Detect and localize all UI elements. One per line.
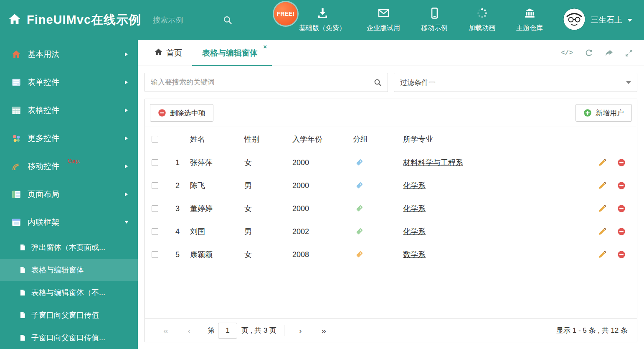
edit-pencil-icon[interactable] [598, 158, 606, 167]
chevron-right-icon [125, 52, 128, 56]
add-user-label: 新增用户 [596, 108, 624, 118]
download-icon [317, 8, 328, 20]
delete-row-icon[interactable] [617, 204, 626, 213]
next-page-button[interactable]: › [289, 326, 312, 336]
main-area: 首页 表格与编辑窗体 × </> [138, 40, 644, 349]
sidebar-subitem-grid-edit-window[interactable]: 表格与编辑窗体 [0, 259, 138, 281]
tag-icon [355, 182, 363, 189]
edit-pencil-icon[interactable] [598, 227, 606, 236]
delete-selected-label: 删除选中项 [170, 108, 205, 118]
filter-dropdown[interactable]: 过滤条件一 [394, 73, 637, 92]
delete-row-icon[interactable] [617, 158, 626, 167]
tab-home[interactable]: 首页 [145, 40, 192, 66]
chevron-down-icon [124, 221, 129, 224]
page-label-before: 第 [208, 326, 215, 335]
sidebar-item-more-controls[interactable]: 更多控件 [0, 124, 138, 152]
row-major-link[interactable]: 化学系 [403, 204, 426, 213]
brand[interactable]: FineUIMvc在线示例 [0, 12, 141, 28]
row-checkbox[interactable] [152, 159, 158, 166]
add-user-button[interactable]: 新增用户 [576, 104, 632, 122]
row-year: 2008 [292, 250, 353, 259]
row-checkbox[interactable] [152, 205, 158, 212]
nav-item-loading-animation[interactable]: 加载动画 [469, 8, 495, 33]
col-group-header: 分组 [353, 134, 403, 144]
expand-icon[interactable] [625, 49, 633, 57]
row-checkbox[interactable] [152, 228, 158, 235]
sidebar-item-label: 移动控件 [28, 161, 59, 172]
sidebar-item-inline-frame[interactable]: 内联框架 [0, 208, 138, 236]
tab-label: 首页 [166, 48, 182, 59]
edit-pencil-icon[interactable] [598, 181, 606, 190]
sidebar-item-grid-controls[interactable]: 表格控件 [0, 96, 138, 124]
delete-row-icon[interactable] [617, 181, 626, 190]
chevron-right-icon [125, 192, 128, 196]
sidebar-subitem-child-to-parent[interactable]: 子窗口向父窗口传值 [0, 304, 138, 326]
sidebar-item-label: 更多控件 [28, 133, 59, 144]
home-icon [8, 13, 21, 27]
tab-grid-edit-window[interactable]: 表格与编辑窗体 × [192, 40, 272, 66]
share-icon[interactable] [605, 49, 613, 57]
delete-row-icon[interactable] [617, 227, 626, 236]
sidebar-item-label: 基本用法 [28, 49, 59, 60]
page-label-after: 页 , 共 3 页 [241, 326, 276, 335]
corp-badge: Corp. [68, 158, 80, 164]
app-window: FineUIMvc在线示例 FREE! 基础版（免费） 企业版试用 [0, 0, 644, 349]
mobile-icon [429, 8, 440, 20]
user-name: 三生石上 [591, 15, 622, 25]
avatar [563, 8, 586, 32]
sidebar-item-form-controls[interactable]: 表单控件 [0, 68, 138, 96]
table-row[interactable]: 2 陈飞 男 2000 化学系 [145, 174, 637, 197]
filter-dropdown-value: 过滤条件一 [400, 78, 436, 87]
nav-item-basic-edition[interactable]: FREE! 基础版（免费） [299, 8, 346, 33]
spinner-icon [477, 8, 488, 20]
chevron-right-icon [125, 164, 128, 168]
row-checkbox[interactable] [152, 251, 158, 258]
search-icon[interactable] [374, 79, 382, 87]
row-checkbox[interactable] [152, 182, 158, 189]
last-page-button[interactable]: » [312, 326, 335, 336]
sidebar-subitem-label: 子窗口向父窗口传值... [31, 333, 105, 343]
header-search [153, 15, 232, 25]
prev-page-button[interactable]: ‹ [177, 326, 201, 336]
edit-pencil-icon[interactable] [598, 250, 606, 259]
select-all-checkbox[interactable] [152, 136, 158, 143]
table-row[interactable]: 1 张萍萍 女 2000 材料科学与工程系 [145, 151, 637, 174]
table-row[interactable]: 4 刘国 男 2002 化学系 [145, 220, 637, 243]
table-row[interactable]: 3 董婷婷 女 2000 化学系 [145, 197, 637, 220]
user-menu[interactable]: 三生石上 [563, 8, 632, 32]
home-icon [12, 50, 21, 59]
row-major-link[interactable]: 材料科学与工程系 [403, 158, 463, 167]
grid-toolbar: 删除选中项 新增用户 [145, 99, 637, 127]
file-icon [19, 312, 26, 318]
row-year: 2002 [292, 227, 353, 236]
row-major-link[interactable]: 化学系 [403, 227, 426, 236]
file-icon [19, 267, 26, 273]
sidebar-subitem-child-to-parent-2[interactable]: 子窗口向父窗口传值... [0, 326, 138, 349]
nav-item-label: 主题仓库 [516, 24, 543, 33]
page-content: 过滤条件一 删除选中项 新增用户 [138, 66, 644, 349]
sidebar-item-basic-usage[interactable]: 基本用法 [0, 40, 138, 68]
sidebar-subitem-popup-window[interactable]: 弹出窗体（本页面或... [0, 236, 138, 259]
keyword-search-input[interactable] [151, 78, 374, 87]
tab-close-icon[interactable]: × [263, 43, 267, 50]
search-icon[interactable] [223, 15, 232, 25]
edit-pencil-icon[interactable] [598, 204, 606, 213]
nav-item-enterprise-trial[interactable]: 企业版试用 [367, 8, 400, 33]
sidebar-subitem-grid-edit-window-2[interactable]: 表格与编辑窗体（不... [0, 281, 138, 304]
row-major-link[interactable]: 数学系 [403, 250, 426, 259]
refresh-icon[interactable] [585, 49, 593, 57]
nav-item-theme-store[interactable]: 主题仓库 [516, 8, 543, 33]
row-major-link[interactable]: 化学系 [403, 181, 426, 190]
sidebar-item-page-layout[interactable]: 页面布局 [0, 180, 138, 208]
nav-item-mobile-demo[interactable]: 移动示例 [421, 8, 448, 33]
header-search-input[interactable] [153, 16, 216, 25]
delete-selected-button[interactable]: 删除选中项 [150, 104, 213, 122]
chevron-right-icon [125, 108, 128, 112]
source-code-icon[interactable]: </> [561, 49, 573, 57]
signal-icon [12, 162, 21, 171]
table-row[interactable]: 5 康颖颖 女 2008 数学系 [145, 243, 637, 266]
delete-row-icon[interactable] [617, 250, 626, 259]
sidebar-item-mobile-controls[interactable]: 移动控件 Corp. [0, 152, 138, 180]
page-number-input[interactable] [218, 323, 237, 339]
first-page-button[interactable]: « [154, 326, 177, 336]
